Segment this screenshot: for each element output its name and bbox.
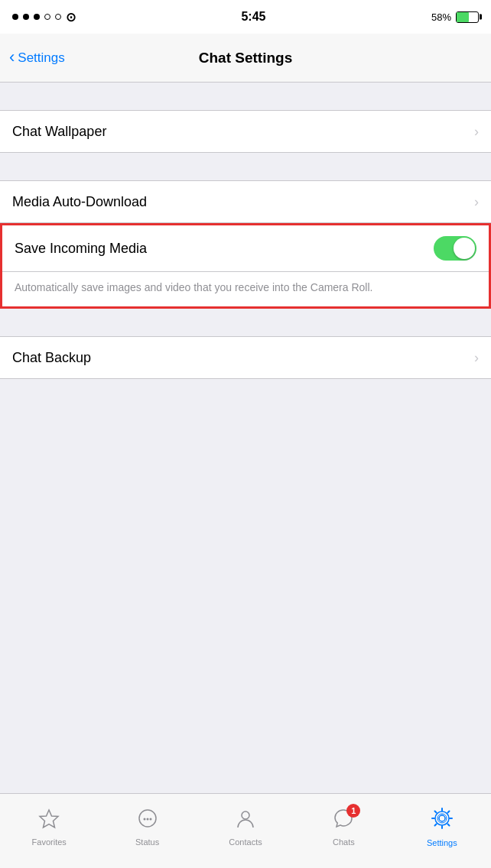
tab-chats-label: Chats — [333, 837, 355, 847]
wifi-icon: ⊙ — [66, 10, 76, 24]
media-auto-download-row[interactable]: Media Auto-Download › — [0, 181, 491, 222]
chat-backup-row[interactable]: Chat Backup › — [0, 337, 491, 378]
chevron-right-icon-2: › — [474, 194, 479, 210]
tab-status[interactable]: Status — [98, 808, 196, 847]
content-area: Chat Wallpaper › Media Auto-Download › S… — [0, 83, 491, 379]
top-spacer — [0, 83, 491, 110]
svg-point-5 — [242, 811, 249, 819]
svg-point-6 — [439, 815, 445, 821]
chat-wallpaper-label: Chat Wallpaper — [12, 124, 106, 140]
tab-settings[interactable]: Settings — [393, 807, 491, 847]
chat-wallpaper-row[interactable]: Chat Wallpaper › — [0, 111, 491, 152]
chats-icon: 1 — [333, 808, 354, 834]
favorites-icon — [38, 808, 60, 834]
tab-chats[interactable]: 1 Chats — [294, 808, 392, 847]
svg-marker-0 — [40, 810, 58, 828]
battery-icon — [456, 11, 479, 23]
back-chevron-icon: ‹ — [9, 49, 15, 66]
save-incoming-media-description: Automatically save images and video that… — [2, 272, 489, 306]
tab-status-label: Status — [135, 837, 159, 847]
signal-dot-2 — [23, 14, 29, 20]
contacts-icon — [235, 808, 256, 834]
signal-area: ⊙ — [12, 10, 76, 24]
media-auto-download-label: Media Auto-Download — [12, 194, 147, 210]
svg-point-4 — [149, 818, 151, 821]
chevron-right-icon: › — [474, 124, 479, 140]
save-incoming-media-row: Save Incoming Media — [2, 225, 489, 272]
status-bar: ⊙ 5:45 58% — [0, 0, 491, 34]
toggle-knob — [454, 238, 475, 259]
tab-contacts[interactable]: Contacts — [197, 808, 294, 847]
tab-settings-label: Settings — [427, 838, 457, 847]
chat-backup-label: Chat Backup — [12, 350, 91, 366]
signal-dot-5 — [55, 14, 61, 20]
battery-area: 58% — [431, 11, 479, 23]
status-time: 5:45 — [241, 10, 265, 24]
svg-point-2 — [143, 818, 145, 821]
chat-wallpaper-section: Chat Wallpaper › — [0, 110, 491, 153]
navigation-bar: ‹ Settings Chat Settings — [0, 34, 491, 83]
signal-dot-4 — [44, 14, 50, 20]
back-button[interactable]: ‹ Settings — [0, 50, 65, 66]
svg-point-3 — [146, 818, 148, 821]
save-incoming-media-label: Save Incoming Media — [15, 241, 147, 257]
spacer-2 — [0, 309, 491, 336]
signal-dot-1 — [12, 14, 18, 20]
page-title: Chat Settings — [199, 50, 292, 66]
chevron-right-icon-3: › — [474, 350, 479, 366]
tab-favorites[interactable]: Favorites — [0, 808, 98, 847]
chats-badge: 1 — [346, 804, 360, 818]
tab-favorites-label: Favorites — [32, 837, 67, 847]
battery-percent: 58% — [431, 11, 451, 23]
media-auto-download-section: Media Auto-Download › — [0, 180, 491, 223]
tab-bar: Favorites Status Contacts 1 — [0, 793, 491, 868]
tab-contacts-label: Contacts — [229, 837, 262, 847]
back-label: Settings — [18, 50, 64, 66]
save-incoming-media-section: Save Incoming Media Automatically save i… — [0, 223, 491, 309]
battery-fill — [457, 12, 469, 22]
status-icon — [137, 808, 158, 834]
signal-dot-3 — [34, 14, 40, 20]
save-incoming-media-toggle[interactable] — [434, 236, 476, 261]
settings-icon — [431, 807, 454, 835]
chat-backup-section: Chat Backup › — [0, 336, 491, 379]
spacer-1 — [0, 153, 491, 180]
